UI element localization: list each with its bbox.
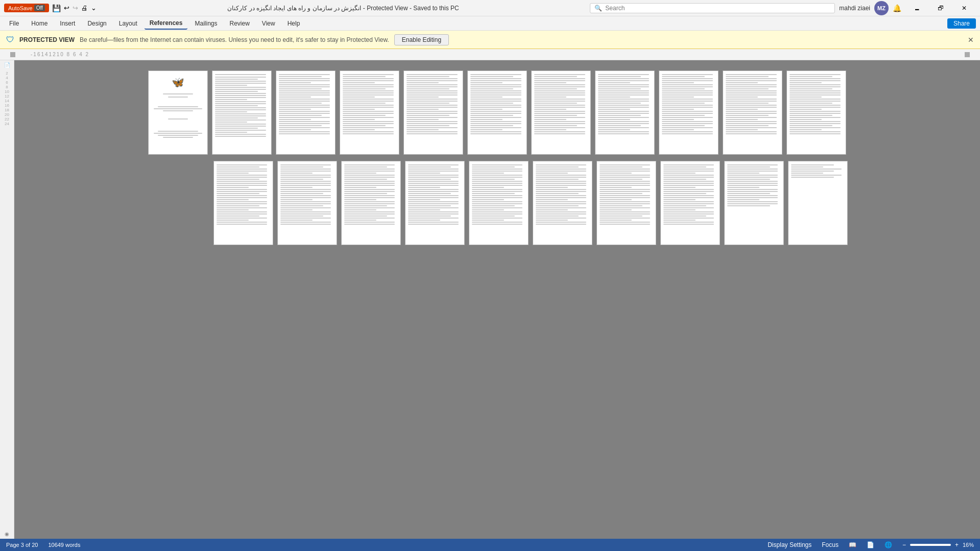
save-icon[interactable]: 💾 [52,4,61,12]
tab-insert[interactable]: Insert [55,18,80,29]
shield-icon: 🛡 [6,35,14,44]
read-mode-button[interactable]: 📖 [847,541,858,548]
page-thumb-1[interactable]: 🦋 [148,70,208,155]
zoom-control: − + 16% [900,541,974,548]
ruler-vertical: 2 4 6 8 10 12 14 16 18 20 22 24 [5,71,9,126]
ribbon-menu: File Home Insert Design Layout Reference… [0,16,980,31]
page-cover: 🦋 [149,71,207,144]
tab-design[interactable]: Design [82,18,111,29]
close-button[interactable]: ✕ [952,0,976,16]
tab-file[interactable]: File [4,18,24,29]
tab-home[interactable]: Home [26,18,53,29]
document-area[interactable]: 🦋 [14,60,980,539]
protected-view-bar: 🛡 PROTECTED VIEW Be careful—files from t… [0,31,980,49]
tab-view[interactable]: View [257,18,280,29]
page-thumb-21[interactable] [788,161,848,245]
status-bar: Page 3 of 20 10649 words Display Setting… [0,539,980,551]
autosave-button[interactable]: AutoSave Off [4,4,49,12]
page-thumb-18[interactable] [596,161,656,245]
display-settings-button[interactable]: Display Settings [766,541,814,548]
left-sidebar-icon-bottom[interactable]: ◉ [5,531,9,537]
print-icon[interactable]: 🖨 [81,4,88,12]
page-thumb-10[interactable] [723,70,782,155]
search-icon: 🔍 [594,5,602,12]
page-thumb-14[interactable] [341,161,401,245]
page-thumb-15[interactable] [405,161,465,245]
page-info: Page 3 of 20 [6,542,38,548]
tab-references[interactable]: References [145,17,188,30]
pages-row-2 [147,161,848,245]
notifications-icon[interactable]: 🔔 [893,4,901,12]
ruler-handle-left[interactable] [10,52,15,57]
page-thumb-2[interactable] [212,70,272,155]
tab-help[interactable]: Help [282,18,305,29]
cover-logo: 🦋 [172,76,184,88]
page-thumb-13[interactable] [277,161,337,245]
tab-mailings[interactable]: Mailings [189,18,222,29]
page-thumb-17[interactable] [533,161,592,245]
search-bar[interactable]: 🔍 [590,3,835,13]
autosave-state: Off [34,5,45,11]
page-thumb-16[interactable] [469,161,529,245]
page-thumb-12[interactable] [213,161,273,245]
tab-layout[interactable]: Layout [114,18,142,29]
title-bar-center: انگیزش در سازمان و راه های ایجاد انگیزه … [97,5,590,12]
page-thumb-3[interactable] [276,70,336,155]
protected-label: PROTECTED VIEW [19,36,75,43]
page-thumb-7[interactable] [531,70,591,155]
word-count: 10649 words [48,542,80,548]
page-thumb-5[interactable] [403,70,463,155]
page-thumb-9[interactable] [659,70,719,155]
page-thumb-20[interactable] [724,161,784,245]
customize-icon[interactable]: ⌄ [91,4,97,12]
page-thumb-11[interactable] [786,70,846,155]
undo-icon[interactable]: ↩ [64,4,69,12]
autosave-label: AutoSave [8,5,33,11]
title-bar-left: AutoSave Off 💾 ↩ ↪ 🖨 ⌄ [4,4,97,12]
window-controls: 🗕 🗗 ✕ [905,0,976,16]
page-thumb-8[interactable] [595,70,655,155]
ruler-numbers: -16141210 8 6 4 2 [31,52,89,57]
tab-review[interactable]: Review [225,18,255,29]
page-thumb-19[interactable] [660,161,720,245]
user-name: mahdi ziaei [839,5,870,12]
doc-title: انگیزش در سازمان و راه های ایجاد انگیزه … [227,5,459,12]
enable-editing-button[interactable]: Enable Editing [394,34,449,45]
avatar[interactable]: MZ [874,1,889,15]
pages-row-1: 🦋 [148,70,846,155]
page-thumb-6[interactable] [467,70,527,155]
print-layout-button[interactable]: 📄 [865,541,876,548]
page-thumb-4[interactable] [340,70,399,155]
left-sidebar: 📄 2 4 6 8 10 12 14 16 18 20 22 24 ◉ [0,60,14,539]
search-input[interactable] [605,5,830,12]
zoom-in-button[interactable]: + [953,541,961,548]
minimize-button[interactable]: 🗕 [905,0,929,16]
zoom-slider[interactable] [910,544,951,546]
main-area: 📄 2 4 6 8 10 12 14 16 18 20 22 24 ◉ 🦋 [0,60,980,539]
focus-button[interactable]: Focus [820,541,841,548]
redo-icon[interactable]: ↪ [73,4,78,12]
close-protected-bar-icon[interactable]: ✕ [968,36,974,44]
maximize-button[interactable]: 🗗 [929,0,952,16]
title-bar: AutoSave Off 💾 ↩ ↪ 🖨 ⌄ انگیزش در سازمان … [0,0,980,16]
ruler-handle-right[interactable] [965,52,970,57]
protected-message: Be careful—files from the Internet can c… [80,36,389,43]
title-bar-right: 🔍 mahdi ziaei MZ 🔔 🗕 🗗 ✕ [590,0,976,16]
web-layout-button[interactable]: 🌐 [882,541,894,548]
status-bar-right: Display Settings Focus 📖 📄 🌐 − + 16% [766,541,974,548]
share-button[interactable]: Share [947,18,976,29]
zoom-level: 16% [963,542,974,548]
ruler: -16141210 8 6 4 2 [0,49,980,60]
zoom-out-button[interactable]: − [900,541,908,548]
left-sidebar-icon-1[interactable]: 📄 [4,62,10,68]
